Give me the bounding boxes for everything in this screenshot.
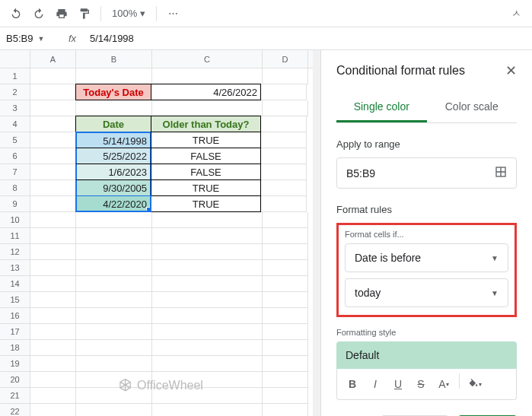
cell[interactable] [76, 68, 152, 84]
cell[interactable] [261, 180, 307, 196]
cell[interactable] [76, 244, 152, 260]
cell[interactable]: Older than Today? [151, 116, 261, 132]
row-header[interactable]: 10 [0, 212, 30, 228]
tab-single-color[interactable]: Single color [336, 93, 427, 122]
spreadsheet[interactable]: A B C D 12Today's Date4/26/202234DateOld… [0, 50, 320, 416]
print-icon[interactable] [52, 4, 72, 24]
cell[interactable] [30, 292, 76, 308]
name-box[interactable]: B5:B9▼ [0, 33, 61, 44]
cell[interactable]: 5/25/2022 [75, 148, 151, 164]
cell[interactable] [30, 212, 76, 228]
formula-input[interactable]: 5/14/1998 [84, 33, 532, 44]
cell[interactable] [30, 148, 76, 164]
cell[interactable] [30, 372, 76, 388]
cell[interactable] [261, 196, 307, 212]
cell[interactable]: TRUE [151, 195, 261, 212]
cell[interactable] [152, 228, 263, 244]
strikethrough-button[interactable]: S [410, 373, 432, 395]
cell[interactable] [30, 196, 76, 212]
cell[interactable]: 9/30/2005 [75, 179, 151, 196]
cell[interactable]: TRUE [151, 132, 261, 148]
cell[interactable] [76, 340, 152, 356]
cell[interactable] [76, 388, 152, 404]
italic-button[interactable]: I [365, 373, 386, 395]
row-header[interactable]: 3 [0, 100, 30, 116]
cell[interactable]: Today's Date [75, 84, 151, 100]
cell[interactable] [30, 68, 76, 84]
cell[interactable] [30, 388, 76, 404]
cell[interactable] [76, 372, 152, 388]
row-header[interactable]: 4 [0, 116, 30, 132]
range-input[interactable]: B5:B9 [336, 157, 517, 189]
row-header[interactable]: 19 [0, 356, 30, 372]
cell[interactable] [263, 372, 308, 388]
col-header[interactable]: B [76, 50, 152, 68]
row-header[interactable]: 7 [0, 164, 30, 180]
cell[interactable] [263, 212, 308, 228]
cell[interactable] [30, 132, 76, 148]
cell[interactable] [152, 404, 263, 416]
row-header[interactable]: 8 [0, 180, 30, 196]
cell[interactable] [30, 84, 76, 100]
underline-button[interactable]: U [387, 373, 409, 395]
date-value-dropdown[interactable]: today ▼ [345, 278, 508, 307]
tab-color-scale[interactable]: Color scale [427, 93, 518, 122]
cell[interactable] [152, 388, 263, 404]
row-header[interactable]: 15 [0, 292, 30, 308]
cell[interactable]: 5/14/1998 [75, 132, 151, 148]
cell[interactable] [152, 340, 263, 356]
cell[interactable] [76, 404, 152, 416]
cell[interactable] [263, 404, 308, 416]
cell[interactable] [76, 292, 152, 308]
cell[interactable] [261, 164, 307, 180]
cell[interactable] [30, 180, 76, 196]
cell[interactable]: TRUE [151, 179, 261, 196]
cell[interactable] [30, 164, 76, 180]
cell[interactable] [261, 116, 307, 132]
grid-icon[interactable] [495, 166, 507, 180]
cell[interactable] [152, 100, 263, 116]
cell[interactable] [152, 292, 263, 308]
cell[interactable] [152, 244, 263, 260]
cell[interactable] [263, 100, 308, 116]
cell[interactable] [30, 228, 76, 244]
cell[interactable] [263, 276, 308, 292]
cell[interactable] [152, 212, 263, 228]
cell[interactable]: 4/26/2022 [151, 84, 261, 100]
row-header[interactable]: 2 [0, 84, 30, 100]
row-header[interactable]: 14 [0, 276, 30, 292]
cell[interactable] [263, 388, 308, 404]
cell[interactable] [263, 68, 308, 84]
cell[interactable]: FALSE [151, 148, 261, 164]
cell[interactable]: 4/22/2020 [75, 195, 151, 212]
cell[interactable]: FALSE [151, 164, 261, 180]
row-header[interactable]: 22 [0, 404, 30, 416]
cell[interactable] [30, 356, 76, 372]
cell[interactable] [263, 324, 308, 340]
cell[interactable] [76, 324, 152, 340]
row-header[interactable]: 11 [0, 228, 30, 244]
cell[interactable] [30, 276, 76, 292]
text-color-button[interactable]: A▾ [433, 373, 454, 395]
cell[interactable] [261, 148, 307, 164]
cell[interactable]: Date [75, 116, 151, 132]
cell[interactable] [30, 324, 76, 340]
cell[interactable] [152, 260, 263, 276]
row-header[interactable]: 20 [0, 372, 30, 388]
cell[interactable] [152, 324, 263, 340]
cell[interactable] [263, 292, 308, 308]
row-header[interactable]: 12 [0, 244, 30, 260]
cell[interactable] [30, 100, 76, 116]
cell[interactable] [261, 132, 307, 148]
vertical-scrollbar[interactable] [313, 50, 320, 416]
cell[interactable] [30, 340, 76, 356]
cell[interactable] [152, 356, 263, 372]
undo-icon[interactable] [6, 4, 26, 24]
cell[interactable] [76, 276, 152, 292]
cell[interactable] [263, 308, 308, 324]
zoom-dropdown[interactable]: 100%▾ [107, 8, 150, 19]
cell[interactable] [152, 372, 263, 388]
select-all-corner[interactable] [0, 50, 30, 68]
cell[interactable] [263, 260, 308, 276]
cell[interactable] [30, 404, 76, 416]
